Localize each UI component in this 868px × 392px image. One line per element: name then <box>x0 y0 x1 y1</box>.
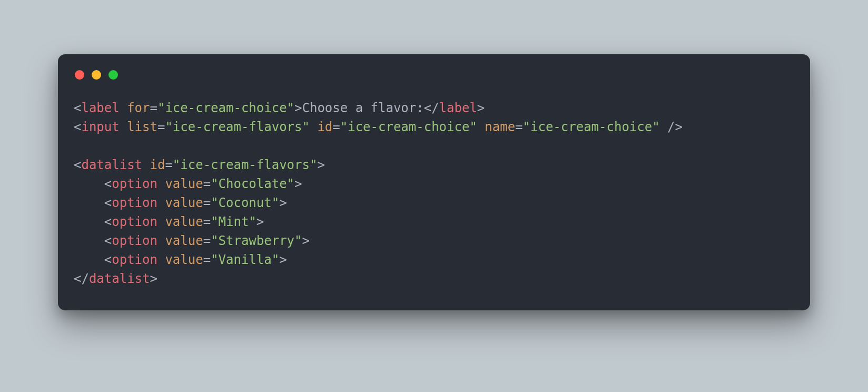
option-2: Coconut <box>219 195 272 210</box>
attr-id: id <box>317 120 332 134</box>
tag-option: option <box>112 233 157 248</box>
code-block: <label for="ice-cream-choice">Choose a f… <box>74 99 794 288</box>
tag-option: option <box>112 195 157 210</box>
tag-datalist-close: datalist <box>89 271 150 286</box>
attr-value: value <box>165 233 203 248</box>
tag-option: option <box>112 252 157 267</box>
attr-for: for <box>127 101 150 115</box>
close-icon[interactable] <box>75 70 84 80</box>
value-name: ice-cream-choice <box>530 120 652 134</box>
tag-label: label <box>81 101 119 115</box>
value-datalist-id: ice-cream-flavors <box>180 158 310 172</box>
attr-datalist-id: id <box>150 158 165 172</box>
tag-label-close: label <box>439 101 477 115</box>
tag-option: option <box>112 177 157 191</box>
value-list: ice-cream-flavors <box>173 120 302 134</box>
code-window: <label for="ice-cream-choice">Choose a f… <box>58 54 810 310</box>
attr-value: value <box>165 214 203 229</box>
option-3: Mint <box>219 214 249 229</box>
tag-option: option <box>112 214 157 229</box>
attr-value: value <box>165 195 203 210</box>
window-traffic-lights <box>75 70 794 80</box>
option-1: Chocolate <box>219 177 287 191</box>
label-text: Choose a flavor: <box>302 101 424 115</box>
attr-value: value <box>165 177 203 191</box>
attr-list: list <box>127 120 157 134</box>
attr-value: value <box>165 252 203 267</box>
minimize-icon[interactable] <box>92 70 101 80</box>
value-for: ice-cream-choice <box>165 101 287 115</box>
maximize-icon[interactable] <box>108 70 118 80</box>
option-4: Strawberry <box>219 233 295 248</box>
tag-datalist: datalist <box>81 158 142 172</box>
attr-name: name <box>485 120 515 134</box>
option-5: Vanilla <box>219 252 272 267</box>
value-id: ice-cream-choice <box>348 120 469 134</box>
tag-input: input <box>81 120 119 134</box>
